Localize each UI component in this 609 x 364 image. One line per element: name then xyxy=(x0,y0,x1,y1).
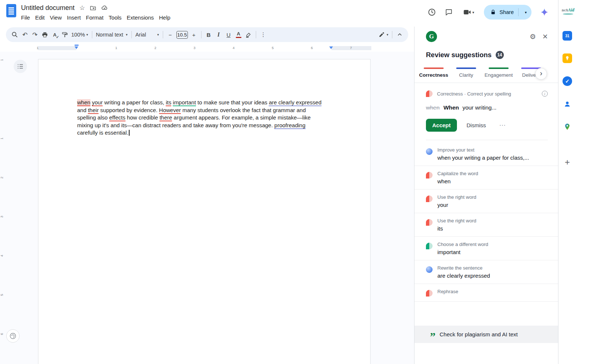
tab-correctness[interactable]: Correctness xyxy=(417,65,450,83)
keep-icon[interactable] xyxy=(562,53,572,63)
suggestion-item-text: Capitalize the wordwhen xyxy=(437,171,478,184)
grammar-issue[interactable]: when xyxy=(77,99,90,106)
undo-icon[interactable]: ↶ xyxy=(20,29,30,40)
menu-file[interactable]: File xyxy=(18,14,32,21)
doc-text: carefully is essential. xyxy=(77,129,128,136)
more-toolbar-icon[interactable]: ⋮ xyxy=(258,29,268,40)
suggestion-item-value: your xyxy=(437,202,476,208)
left-indent-marker[interactable] xyxy=(75,46,78,49)
plagiarism-label: Check for plagiarism and AI text xyxy=(440,331,518,337)
highlight-button[interactable] xyxy=(244,29,254,40)
gemini-icon[interactable] xyxy=(537,5,552,20)
accept-button[interactable]: Accept xyxy=(426,119,457,132)
explore-button[interactable] xyxy=(6,329,20,343)
menu-extensions[interactable]: Extensions xyxy=(124,14,156,21)
underline-button[interactable]: U xyxy=(224,29,234,40)
version-history-icon[interactable] xyxy=(424,5,440,20)
comments-icon[interactable] xyxy=(441,5,457,20)
grammar-issue[interactable]: their xyxy=(88,107,99,114)
correctness-pin-icon xyxy=(426,219,433,226)
grammar-issue[interactable]: proofreading xyxy=(274,122,305,129)
italic-button[interactable]: I xyxy=(214,29,224,40)
tabs-next-button[interactable]: › xyxy=(535,68,547,80)
ruler-number: 3 xyxy=(193,46,195,50)
grammar-issue[interactable]: However xyxy=(159,107,181,114)
brand-logo[interactable]: techAid xyxy=(560,7,576,14)
grammar-issue[interactable]: its xyxy=(166,99,171,106)
grammar-issue[interactable]: effects xyxy=(109,114,125,121)
menu-view[interactable]: View xyxy=(47,14,64,21)
right-indent-marker[interactable] xyxy=(329,46,333,49)
move-folder-icon[interactable] xyxy=(90,5,96,11)
maps-icon[interactable] xyxy=(562,122,572,132)
document-canvas: 1123456 when your writing a paper for cl… xyxy=(0,52,414,364)
increase-font-button[interactable]: + xyxy=(189,29,199,40)
suggestion-item[interactable]: Use the right wordyour xyxy=(414,190,558,213)
doc-text: writing a paper for class, xyxy=(103,99,166,105)
menu-help[interactable]: Help xyxy=(156,14,173,21)
tasks-icon[interactable]: ✓ xyxy=(562,76,572,86)
bold-button[interactable]: B xyxy=(204,29,214,40)
suggestion-item[interactable]: Use the right wordits xyxy=(414,213,558,237)
add-apps-icon[interactable]: + xyxy=(562,157,572,167)
toolbar-divider xyxy=(392,31,392,38)
calendar-icon[interactable]: 31 xyxy=(562,31,572,41)
document-line: spelling also effects how credible there… xyxy=(77,114,321,122)
plagiarism-footer[interactable]: ” Check for plagiarism and AI text xyxy=(414,326,558,343)
suggestion-item[interactable]: Choose a different wordimportant xyxy=(414,237,558,260)
redo-icon[interactable]: ↷ xyxy=(30,29,40,40)
cloud-status-icon[interactable] xyxy=(101,4,108,11)
tab-engagement[interactable]: Engagement xyxy=(482,65,515,83)
contacts-icon[interactable] xyxy=(562,99,572,109)
paint-format-icon[interactable] xyxy=(60,29,70,40)
info-icon[interactable]: i xyxy=(542,91,548,97)
font-select[interactable]: Arial▾ xyxy=(134,29,161,40)
grammar-issue[interactable]: your xyxy=(92,99,103,106)
close-icon[interactable]: × xyxy=(543,32,548,41)
suggestion-item[interactable]: Improve your textwhen your writing a pap… xyxy=(414,142,558,166)
first-line-indent-marker[interactable] xyxy=(75,45,79,46)
menu-format[interactable]: Format xyxy=(83,14,106,21)
document-title[interactable]: Untitled document xyxy=(21,4,75,12)
tab-color-bar xyxy=(424,67,444,69)
star-icon[interactable]: ☆ xyxy=(79,5,85,11)
grammar-issue[interactable]: are clearly expressed xyxy=(269,99,321,106)
decrease-font-button[interactable]: − xyxy=(165,29,175,40)
suggestion-item[interactable]: Rephrase xyxy=(414,284,558,302)
suggestion-item-text: Improve your textwhen your writing a pap… xyxy=(437,147,529,161)
menu-tools[interactable]: Tools xyxy=(106,14,124,21)
tab-clarity[interactable]: Clarity xyxy=(450,65,482,83)
vertical-ruler[interactable]: 1123456 xyxy=(0,52,7,364)
meet-caret-icon[interactable]: ▾ xyxy=(472,10,474,14)
ruler-number: 4 xyxy=(233,46,234,50)
spellcheck-icon[interactable]: A✓ xyxy=(50,29,60,40)
zoom-select[interactable]: 100%▾ xyxy=(70,29,90,40)
share-caret-icon[interactable]: ▾ xyxy=(522,10,530,14)
collapse-toolbar-button[interactable] xyxy=(395,29,405,40)
grammar-issue[interactable]: important xyxy=(173,99,196,106)
more-options-icon[interactable]: ⋯ xyxy=(499,121,506,129)
suggestion-item[interactable]: Capitalize the wordwhen xyxy=(414,166,558,190)
horizontal-ruler[interactable]: 11234567 xyxy=(0,44,414,52)
dismiss-button[interactable]: Dismiss xyxy=(467,122,486,128)
editing-mode-button[interactable]: ▾ xyxy=(377,29,390,40)
document-page[interactable]: when your writing a paper for class, its… xyxy=(38,59,371,364)
print-icon[interactable] xyxy=(40,29,50,40)
meet-icon[interactable]: ▾ xyxy=(458,5,479,20)
font-size-value[interactable]: 10.5 xyxy=(176,31,188,39)
docs-logo[interactable] xyxy=(6,4,16,17)
ruler-number: 5 xyxy=(272,46,273,50)
settings-gear-icon[interactable]: ⚙ xyxy=(530,32,536,41)
document-line: when your writing a paper for class, its… xyxy=(77,99,321,107)
menu-insert[interactable]: Insert xyxy=(64,14,83,21)
suggestion-item[interactable]: Rewrite the sentenceare clearly expresse… xyxy=(414,260,558,284)
grammar-issue[interactable]: there xyxy=(159,114,172,121)
style-select[interactable]: Normal text▾ xyxy=(94,29,129,40)
ruler-number: 1 xyxy=(115,46,117,50)
search-icon[interactable] xyxy=(10,29,20,40)
text-color-button[interactable]: A xyxy=(234,29,244,40)
document-outline-button[interactable] xyxy=(14,60,27,73)
share-divider xyxy=(518,8,519,16)
share-button[interactable]: Share ▾ xyxy=(484,5,531,20)
menu-edit[interactable]: Edit xyxy=(32,14,47,21)
